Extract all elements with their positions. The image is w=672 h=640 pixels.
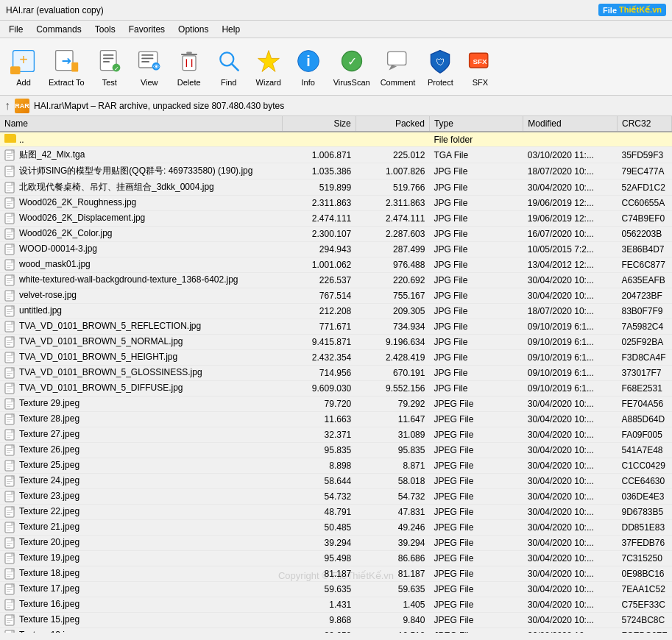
file-name-cell: Texture 28.jpeg [0,412,282,427]
file-packed-cell: 287.499 [356,242,429,257]
file-packed-cell: 519.766 [356,179,429,196]
table-row[interactable]: 北欧现代餐桌椅、吊灯、挂画组合_3dkk_0004.jpg519.899519.… [0,179,672,196]
table-row[interactable]: Texture 17.jpeg59.63559.635JPEG File30/0… [0,582,672,597]
toolbar-btn-wizard[interactable]: Wizard [250,43,288,90]
table-row[interactable]: WOOD-00014-3.jpg294.943287.499JPG File10… [0,242,672,257]
table-header-row: Name Size Packed Type Modified CRC32 [0,116,672,132]
col-header-size[interactable]: Size [282,116,356,132]
toolbar-btn-delete[interactable]: Delete [170,43,208,90]
info-icon: i [294,46,323,76]
table-row[interactable]: TVA_VD_0101_BROWN_5_GLOSSINESS.jpg714.95… [0,366,672,381]
table-row[interactable]: Texture 20.jpeg39.29439.294JPEG File30/0… [0,536,672,551]
table-row[interactable]: Texture 24.jpeg58.64458.018JPEG File30/0… [0,474,672,489]
table-row[interactable]: Texture 26.jpeg95.83595.835JPEG File30/0… [0,443,672,458]
table-row[interactable]: wood_mask01.jpg1.001.062976.488JPG File1… [0,257,672,273]
svg-rect-56 [7,218,13,219]
table-row[interactable]: ..File folder [0,132,672,147]
toolbar-btn-label-info: Info [302,78,315,87]
col-header-packed[interactable]: Packed [356,116,429,132]
table-row[interactable]: 贴图_42_Mix.tga1.006.871225.012TGA File03/… [0,147,672,163]
toolbar-btn-virusscan[interactable]: ✓VirusScan [329,43,375,90]
file-packed-cell: 81.187 [356,566,429,582]
toolbar-btn-view[interactable]: 👁View [130,43,169,90]
file-name-cell: TVA_VD_0101_BROWN_5_REFLECTION.jpg [0,319,282,335]
table-row[interactable]: TVA_VD_0101_BROWN_5_HEIGHT.jpg2.432.3542… [0,350,672,366]
file-type-cell: JPG File [429,257,523,273]
table-row[interactable]: Texture 19.jpeg95.49886.686JPEG File30/0… [0,551,672,566]
table-row[interactable]: 设计师SING的模型专用贴图(QQ群号: 469733580) (190).jp… [0,163,672,179]
table-row[interactable]: Texture 23.jpeg54.73254.732JPEG File30/0… [0,489,672,505]
file-modified-cell: 30/04/2020 10:... [523,566,618,582]
menu-item-help[interactable]: Help [216,23,246,36]
file-crc-cell: C75EF33C [617,597,671,613]
file-packed-cell: 9.552.156 [356,381,429,397]
file-crc-cell: FE704A56 [617,397,671,412]
col-header-modified[interactable]: Modified [523,116,618,132]
file-name-cell: 北欧现代餐桌椅、吊灯、挂画组合_3dkk_0004.jpg [0,179,282,196]
svg-rect-91 [7,327,13,327]
svg-rect-158 [11,522,15,525]
toolbar-btn-test[interactable]: ✓Test [91,43,129,90]
toolbar-btn-protect[interactable]: 🛡Protect [421,43,459,90]
table-row[interactable]: Texture 21.jpeg50.48549.246JPEG File30/0… [0,520,672,536]
toolbar-btn-add[interactable]: +Add [4,43,43,90]
svg-rect-123 [11,413,15,417]
file-packed-cell: 39.294 [356,536,429,551]
toolbar-btn-info[interactable]: iInfo [289,43,328,90]
table-row[interactable]: white-textured-wall-backgdround-texture_… [0,273,672,288]
extract-to-icon [52,46,81,76]
file-table: Name Size Packed Type Modified CRC32 ..F… [0,116,672,633]
table-row[interactable]: Wood026_2K_Roughness.jpg2.311.8632.311.8… [0,196,672,211]
file-packed-cell [356,132,429,147]
delete-icon [174,46,204,76]
table-row[interactable]: Wood026_2K_Color.jpg2.300.1072.287.603JP… [0,227,672,242]
table-row[interactable]: TVA_VD_0101_BROWN_5_NORMAL.jpg9.415.8719… [0,335,672,350]
table-row[interactable]: Texture 16.jpeg1.4311.405JPEG File30/04/… [0,597,672,613]
menu-item-favorites[interactable]: Favorites [123,23,171,36]
toolbar-btn-extract-to[interactable]: Extract To [44,43,89,90]
toolbar-btn-comment[interactable]: Comment [376,43,420,90]
svg-rect-17 [183,56,196,71]
table-row[interactable]: Texture 18.jpeg81.18781.187JPEG File30/0… [0,566,672,582]
app-title: HAI.rar (evaluation copy) [6,5,104,15]
virusscan-icon: ✓ [337,46,367,76]
menu-item-tools[interactable]: Tools [89,23,121,36]
table-row[interactable]: Texture 22.jpeg48.79147.831JPEG File30/0… [0,505,672,520]
table-row[interactable]: Texture 28.jpeg11.66311.647JPEG File30/0… [0,412,672,427]
menu-item-commands[interactable]: Commands [30,23,87,36]
table-row[interactable]: Wood026_2K_Displacement.jpg2.474.1112.47… [0,211,672,227]
table-row[interactable]: Texture 25.jpeg8.8988.871JPEG File30/04/… [0,458,672,474]
menu-item-file[interactable]: File [3,23,29,36]
table-row[interactable]: velvet-rose.jpg767.514755.167JPG File30/… [0,288,672,304]
table-row[interactable]: Texture 12.jpeg29.65019.518JPEG File26/0… [0,628,672,633]
file-name-cell: 贴图_42_Mix.tga [0,147,282,163]
table-row[interactable]: Texture 29.jpeg79.72079.292JPEG File30/0… [0,397,672,412]
col-header-crc[interactable]: CRC32 [617,116,671,132]
svg-rect-76 [7,280,13,281]
file-list-container[interactable]: Name Size Packed Type Modified CRC32 ..F… [0,116,672,633]
toolbar-btn-label-delete: Delete [177,78,201,87]
svg-rect-98 [11,336,15,340]
table-row[interactable]: TVA_VD_0101_BROWN_5_DIFFUSE.jpg9.609.030… [0,381,672,397]
back-arrow-icon[interactable]: ↑ [4,99,10,113]
file-crc-cell: A885D64D [617,412,671,427]
file-crc-cell: FCEBC6FF [617,628,671,633]
table-row[interactable]: TVA_VD_0101_BROWN_5_REFLECTION.jpg771.67… [0,319,672,335]
col-header-type[interactable]: Type [429,116,523,132]
file-type-cell: JPEG File [429,458,523,474]
wizard-icon [254,46,283,76]
table-row[interactable]: Texture 27.jpeg32.37131.089JPEG File30/0… [0,427,672,443]
svg-rect-132 [7,452,10,453]
toolbar-btn-sfx[interactable]: SFXSFX [461,43,499,90]
table-row[interactable]: untitled.jpg212.208209.305JPG File18/07/… [0,304,672,319]
menu-item-options[interactable]: Options [172,23,214,36]
col-header-name[interactable]: Name [0,116,282,132]
table-row[interactable]: Texture 15.jpeg9.8689.840JPEG File30/04/… [0,613,672,628]
path-text: HAI.rar\Mapvt – RAR archive, unpacked si… [34,101,284,111]
svg-rect-103 [11,352,15,355]
svg-rect-175 [7,587,13,588]
file-crc-cell: 7C315250 [617,551,671,566]
toolbar-btn-label-view: View [141,78,158,87]
toolbar-btn-find[interactable]: Find [210,43,248,90]
file-name-cell: velvet-rose.jpg [0,288,282,304]
